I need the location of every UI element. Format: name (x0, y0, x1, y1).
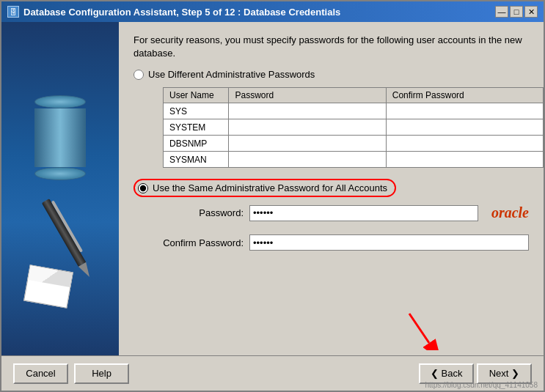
help-button[interactable]: Help (74, 363, 129, 384)
col-password: Password (229, 88, 386, 103)
description-text: For security reasons, you must specify p… (133, 34, 529, 60)
cell-username: SYS (164, 103, 229, 119)
sidebar-illustration (9, 72, 111, 306)
minimize-button[interactable]: — (495, 6, 508, 18)
pen-icon (63, 188, 72, 283)
next-label: Next (489, 368, 509, 379)
cell-password[interactable] (229, 103, 386, 119)
cell-username: SYSMAN (164, 152, 229, 168)
oracle-hint: oracle (491, 204, 529, 221)
main-window: 🗄 Database Configuration Assistant, Step… (0, 0, 545, 392)
table-row: SYSTEM (164, 119, 544, 136)
col-username: User Name (164, 88, 229, 103)
cell-confirm[interactable] (386, 103, 543, 119)
different-passwords-label: Use Different Administrative Passwords (148, 69, 315, 80)
cell-password[interactable] (229, 136, 386, 152)
same-password-section: Use the Same Administrative Password for… (133, 179, 529, 197)
radio-section: Use Different Administrative Passwords U… (133, 69, 529, 256)
cancel-button[interactable]: Cancel (13, 363, 68, 384)
cell-confirm[interactable] (386, 152, 543, 168)
main-content: For security reasons, you must specify p… (119, 22, 544, 355)
table-row: SYSMAN (164, 152, 544, 168)
password-label: Password: (148, 207, 244, 218)
different-passwords-option: Use Different Administrative Passwords (133, 69, 529, 80)
different-passwords-radio[interactable] (133, 70, 144, 80)
window-title: Database Configuration Assistant, Step 5… (23, 7, 340, 18)
title-bar-left: 🗄 Database Configuration Assistant, Step… (7, 6, 340, 18)
password-row: Password: oracle (148, 204, 529, 221)
passwords-table-container: User Name Password Confirm Password SYS … (148, 87, 529, 168)
bottom-left-buttons: Cancel Help (13, 363, 129, 384)
col-confirm: Confirm Password (386, 88, 543, 103)
same-password-radio[interactable] (138, 183, 148, 193)
bottom-bar: Cancel Help ❮ Back Next ❯ https://blog.c… (1, 355, 544, 391)
database-cylinder-icon (34, 95, 86, 180)
arrow-annotation (398, 310, 442, 352)
same-password-highlight: Use the Same Administrative Password for… (133, 179, 396, 197)
next-arrow-icon: ❯ (511, 368, 519, 379)
confirm-password-label: Confirm Password: (148, 237, 244, 248)
cell-confirm[interactable] (386, 136, 543, 152)
app-icon: 🗄 (7, 6, 19, 18)
confirm-password-row: Confirm Password: (148, 234, 529, 251)
title-bar: 🗄 Database Configuration Assistant, Step… (1, 1, 544, 22)
table-row: SYS (164, 103, 544, 119)
close-button[interactable]: ✕ (524, 6, 538, 18)
back-label: Back (442, 368, 463, 379)
sidebar (1, 22, 119, 355)
confirm-password-input[interactable] (249, 234, 529, 251)
back-arrow-icon: ❮ (431, 368, 439, 379)
title-controls: — □ ✕ (495, 6, 538, 18)
watermark: https://blog.csdn.net/qq_41141058 (425, 381, 538, 389)
cell-password[interactable] (229, 152, 386, 168)
cell-confirm[interactable] (386, 119, 543, 136)
cell-username: SYSTEM (164, 119, 229, 136)
same-password-label: Use the Same Administrative Password for… (153, 182, 387, 193)
passwords-table: User Name Password Confirm Password SYS … (163, 87, 544, 168)
maximize-button[interactable]: □ (510, 6, 523, 18)
password-input[interactable] (249, 205, 478, 221)
cell-password[interactable] (229, 119, 386, 136)
table-row: DBSNMP (164, 136, 544, 152)
svg-line-1 (409, 314, 429, 343)
content-area: For security reasons, you must specify p… (1, 22, 544, 355)
cell-username: DBSNMP (164, 136, 229, 152)
